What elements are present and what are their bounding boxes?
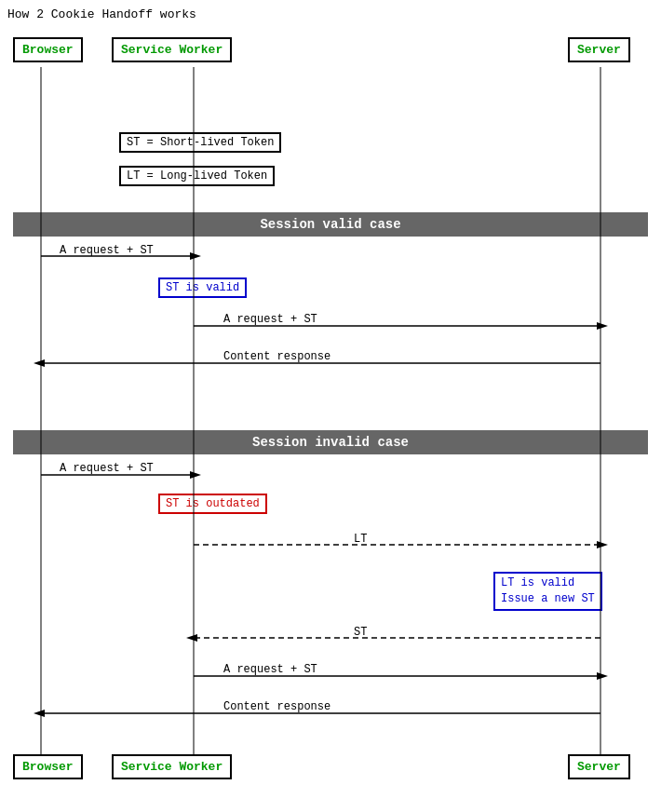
svg-marker-8 [34, 359, 45, 367]
label-request-st-4: A request + ST [223, 663, 317, 676]
actor-browser-bot: Browser [13, 754, 83, 779]
svg-marker-10 [190, 471, 201, 479]
svg-marker-18 [34, 710, 45, 717]
actor-server-bot: Server [568, 754, 630, 779]
note-lt-valid: LT is valid Issue a new ST [493, 572, 602, 611]
note-lt-def: LT = Long-lived Token [119, 166, 275, 186]
actor-sw-bot: Service Worker [112, 754, 232, 779]
section-valid-case: Session valid case [13, 212, 648, 237]
diagram-svg [0, 0, 661, 812]
note-st-def: ST = Short-lived Token [119, 132, 281, 153]
svg-marker-14 [186, 634, 197, 642]
svg-marker-6 [597, 322, 608, 330]
svg-marker-4 [190, 252, 201, 260]
svg-marker-16 [597, 672, 608, 680]
label-content-response-1: Content response [223, 350, 330, 363]
section-invalid-case: Session invalid case [13, 430, 648, 454]
label-request-st-1: A request + ST [60, 244, 154, 257]
page-title: How 2 Cookie Handoff works [7, 7, 196, 21]
note-st-outdated: ST is outdated [158, 494, 267, 514]
note-st-valid: ST is valid [158, 277, 247, 298]
label-content-response-2: Content response [223, 700, 330, 713]
svg-marker-12 [597, 541, 608, 548]
label-request-st-2: A request + ST [223, 313, 317, 326]
label-lt: LT [354, 533, 367, 546]
label-st: ST [354, 626, 367, 639]
actor-sw-top: Service Worker [112, 37, 232, 62]
label-request-st-3: A request + ST [60, 462, 154, 475]
diagram: How 2 Cookie Handoff works Browser Servi… [0, 0, 661, 812]
actor-browser-top: Browser [13, 37, 83, 62]
actor-server-top: Server [568, 37, 630, 62]
